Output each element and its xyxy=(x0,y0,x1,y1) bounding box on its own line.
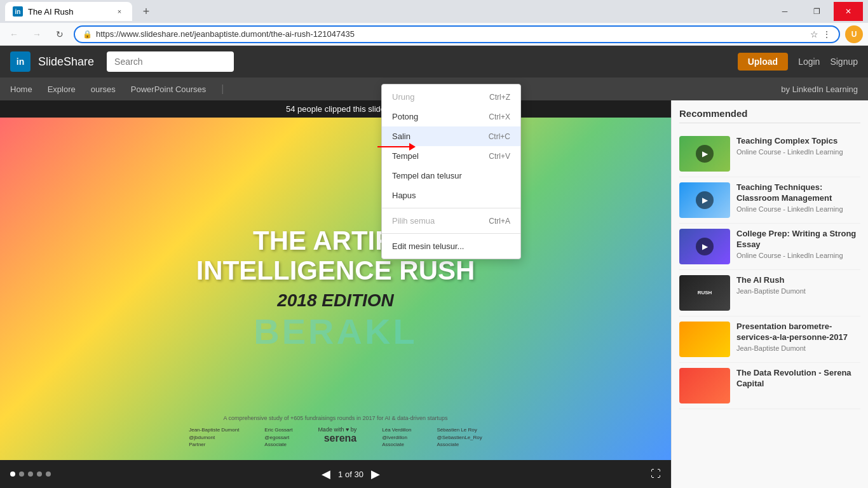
ctx-hapus[interactable]: Hapus xyxy=(382,186,520,205)
upload-button[interactable]: Upload xyxy=(738,53,788,71)
slide-next-button[interactable]: ▶ xyxy=(371,467,380,481)
play-icon-2: ▶ xyxy=(696,191,714,209)
author3-handle: @lverdillon xyxy=(382,435,407,440)
rec-sub-3: Online Course - LinkedIn Learning xyxy=(736,252,860,259)
restore-button[interactable]: ❐ xyxy=(802,2,831,21)
rec-info-6: The Data Revolution - Serena Capital xyxy=(736,368,860,403)
serena-brand: serena xyxy=(324,433,357,444)
clipped-text: 54 people clipped this slide xyxy=(286,104,385,114)
profile-button[interactable]: U xyxy=(845,25,863,43)
rec-title-6: The Data Revolution - Serena Capital xyxy=(736,368,860,390)
slide-dots xyxy=(10,471,51,477)
slide-image: THE ARTIFIC INTELLIGENCE RUSH 2018 EDITI… xyxy=(0,118,671,461)
ctx-tempel-telusur-label: Tempel dan telusur xyxy=(392,171,462,180)
author3-role: Associate xyxy=(382,442,404,447)
slideshare-logo: in xyxy=(10,51,31,72)
bookmark-icon[interactable]: ☆ xyxy=(810,29,818,39)
ctx-tempel-telusur[interactable]: Tempel dan telusur xyxy=(382,166,520,186)
subnav-explore[interactable]: Explore xyxy=(48,85,76,94)
subnav-powerpoint[interactable]: PowerPoint Courses xyxy=(131,85,207,94)
forward-button[interactable]: → xyxy=(28,25,46,43)
slide-title-line2: INTELLIGENCE RUSH xyxy=(196,256,475,285)
slide-dot-4[interactable] xyxy=(37,471,42,477)
address-menu-icon[interactable]: ⋮ xyxy=(822,29,831,39)
rec-info-3: College Prep: Writing a Strong Essay Onl… xyxy=(736,229,860,264)
url-input[interactable]: 🔒 https://www.slideshare.net/jeanbaptist… xyxy=(74,25,840,43)
ctx-potong[interactable]: Potong Ctrl+X xyxy=(382,107,520,126)
search-input[interactable] xyxy=(107,51,234,72)
slide-authors: Jean-Baptiste Dumont @jbdumont Partner E… xyxy=(0,426,671,448)
subnav-home[interactable]: Home xyxy=(10,85,32,94)
fullscreen-button[interactable]: ⛶ xyxy=(651,468,661,480)
signup-link[interactable]: Signup xyxy=(830,57,858,67)
refresh-button[interactable]: ↻ xyxy=(51,25,69,43)
back-button[interactable]: ← xyxy=(5,25,23,43)
subnav-linkedin-learning[interactable]: by LinkedIn Learning xyxy=(781,85,858,94)
ctx-tempel-shortcut: Ctrl+V xyxy=(489,152,510,161)
slide-author-3: Léa Verdillon @lverdillon Associate xyxy=(382,426,411,448)
ctx-hapus-label: Hapus xyxy=(392,191,416,200)
made-with: Made with ♥ by serena xyxy=(318,426,356,448)
play-icon-3: ▶ xyxy=(696,238,714,255)
slide-nav: ◀ 1 of 30 ▶ xyxy=(322,467,380,481)
browser-tab[interactable]: in The AI Rush × xyxy=(5,2,132,21)
rec-thumb-5 xyxy=(679,322,730,357)
page-content: in SlideShare Upload Login Signup Home E… xyxy=(0,46,868,488)
tab-close-button[interactable]: × xyxy=(114,6,125,17)
rec-item-6[interactable]: The Data Revolution - Serena Capital xyxy=(679,363,860,409)
rec-sub-4: Jean-Baptiste Dumont xyxy=(736,287,860,295)
minimize-button[interactable]: ─ xyxy=(770,2,799,21)
ctx-pilih-semua[interactable]: Pilih semua Ctrl+A xyxy=(382,211,520,231)
author2-name: Eric Gossart xyxy=(264,427,292,433)
svg-marker-1 xyxy=(409,143,416,151)
new-tab-button[interactable]: + xyxy=(137,3,155,20)
rec-title-1: Teaching Complex Topics xyxy=(736,136,860,147)
author4-role: Associate xyxy=(437,442,459,447)
slide-counter: 1 of 30 xyxy=(338,470,363,479)
subnav-courses: ourses xyxy=(91,85,116,94)
slide-dot-1[interactable] xyxy=(10,471,15,477)
slide-dot-2[interactable] xyxy=(19,471,24,477)
rec-thumb-4: RUSH xyxy=(679,275,730,311)
rec-title-3: College Prep: Writing a Strong Essay xyxy=(736,229,860,250)
slide-dot-3[interactable] xyxy=(28,471,33,477)
rec-info-1: Teaching Complex Topics Online Course - … xyxy=(736,136,860,172)
author4-name: Sébastien Le Roy xyxy=(437,427,477,433)
rec-thumb-1: ▶ xyxy=(679,136,730,172)
rec-item-5[interactable]: Presentation barometre-services-a-la-per… xyxy=(679,316,860,363)
ctx-edit-mesin-label: Edit mesin telusur... xyxy=(392,241,464,251)
rec-sub-5: Jean-Baptiste Dumont xyxy=(736,344,860,352)
rec-item-1[interactable]: ▶ Teaching Complex Topics Online Course … xyxy=(679,131,860,177)
slide-prev-button[interactable]: ◀ xyxy=(322,467,330,481)
play-icon-1: ▶ xyxy=(696,145,714,163)
rec-info-4: The AI Rush Jean-Baptiste Dumont xyxy=(736,275,860,311)
slide-clipped-bar: 54 people clipped this slide xyxy=(0,100,671,118)
browser-titlebar: in The AI Rush × + ─ ❐ ✕ xyxy=(0,0,868,23)
login-link[interactable]: Login xyxy=(798,57,820,67)
ctx-separator-2 xyxy=(382,233,520,234)
red-arrow xyxy=(377,140,416,156)
lock-icon: 🔒 xyxy=(83,30,92,39)
tab-title: The AI Rush xyxy=(28,7,109,17)
sidebar: Recommended ▶ Teaching Complex Topics On… xyxy=(671,100,868,488)
rec-thumb-rush-label: RUSH xyxy=(696,288,714,297)
url-text: https://www.slideshare.net/jeanbaptiste.… xyxy=(96,29,806,39)
ctx-urung[interactable]: Urung Ctrl+Z xyxy=(382,87,520,107)
rec-sub-2: Online Course - LinkedIn Learning xyxy=(736,205,860,213)
slide-edition: 2018 EDITION xyxy=(277,290,394,311)
rec-item-2[interactable]: ▶ Teaching Techniques: Classroom Managem… xyxy=(679,177,860,224)
slideshare-brand: SlideShare xyxy=(38,55,94,69)
ctx-edit-mesin[interactable]: Edit mesin telusur... xyxy=(382,236,520,256)
recommended-title: Recommended xyxy=(679,108,860,123)
author2-role: Associate xyxy=(264,442,287,447)
rec-item-3[interactable]: ▶ College Prep: Writing a Strong Essay O… xyxy=(679,224,860,270)
close-button[interactable]: ✕ xyxy=(834,2,863,21)
rec-title-5: Presentation barometre-services-a-la-per… xyxy=(736,322,860,343)
context-menu: Urung Ctrl+Z Potong Ctrl+X Salin Ctrl+C … xyxy=(381,84,521,259)
rec-item-4[interactable]: RUSH The AI Rush Jean-Baptiste Dumont xyxy=(679,270,860,316)
slide-dot-5[interactable] xyxy=(46,471,51,477)
author1-handle: @jbdumont xyxy=(189,435,215,440)
ctx-salin-shortcut: Ctrl+C xyxy=(489,132,510,141)
rec-info-2: Teaching Techniques: Classroom Managemen… xyxy=(736,182,860,218)
slide-author-1: Jean-Baptiste Dumont @jbdumont Partner xyxy=(189,426,239,448)
